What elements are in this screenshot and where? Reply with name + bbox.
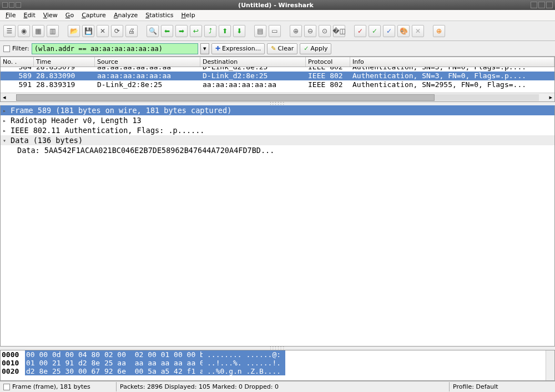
packet-row-selected[interactable]: 589 28.833090 aa:aa:aa:aa:aa:aa D-Link_d… bbox=[1, 72, 554, 80]
column-protocol[interactable]: Protocol bbox=[306, 57, 350, 67]
packet-list-body[interactable]: 584 28.833079 aa:aa:aa:aa:aa:aa D-Link_d… bbox=[1, 67, 554, 93]
tree-frame[interactable]: ▸Frame 589 (181 bytes on wire, 181 bytes… bbox=[1, 105, 554, 115]
help-icon[interactable]: ⊕ bbox=[433, 25, 445, 37]
open-file-icon[interactable]: 📂 bbox=[68, 25, 80, 37]
sys-stop-icon[interactable] bbox=[16, 2, 21, 8]
capture-filters-icon[interactable]: ✓ bbox=[354, 25, 366, 37]
status-packets: Packets: 2896 Displayed: 105 Marked: 0 D… bbox=[117, 382, 450, 391]
titlebar-right-controls bbox=[528, 2, 555, 8]
collapse-icon[interactable]: ▾ bbox=[3, 138, 8, 144]
menu-capture[interactable]: Capture bbox=[78, 11, 109, 20]
prefs-icon[interactable]: 🎨 bbox=[397, 25, 410, 37]
colorize-icon[interactable]: ▤ bbox=[254, 25, 266, 37]
column-time[interactable]: Time bbox=[34, 57, 95, 67]
filter-label-text: Filter: bbox=[12, 45, 29, 52]
expand-icon[interactable]: ▸ bbox=[3, 128, 8, 134]
hex-row[interactable]: 0020d2 8e 25 30 00 67 92 6e 00 5a a5 42 … bbox=[1, 367, 546, 375]
menu-edit[interactable]: Edit bbox=[20, 11, 38, 20]
tools-icon[interactable]: ✕ bbox=[412, 25, 424, 37]
menu-statistics[interactable]: Statistics bbox=[142, 11, 176, 20]
go-back-icon[interactable]: ⬅ bbox=[161, 25, 173, 37]
go-first-icon[interactable]: ⤴ bbox=[204, 25, 216, 37]
tree-radiotap[interactable]: ▸Radiotap Header v0, Length 13 bbox=[1, 115, 554, 125]
print-icon[interactable]: 🖨 bbox=[125, 25, 138, 37]
packet-list-header: No. . Time Source Destination Protocol I… bbox=[1, 57, 554, 67]
save-file-icon[interactable]: 💾 bbox=[82, 25, 94, 37]
maximize-button[interactable] bbox=[538, 2, 545, 8]
packet-list-pane: No. . Time Source Destination Protocol I… bbox=[0, 57, 555, 102]
sys-ball-icon[interactable] bbox=[9, 2, 14, 8]
go-to-icon[interactable]: ↩ bbox=[190, 25, 202, 37]
packet-row[interactable]: 584 28.833079 aa:aa:aa:aa:aa:aa D-Link_d… bbox=[1, 67, 554, 72]
filter-input[interactable] bbox=[32, 43, 198, 54]
menu-file[interactable]: File bbox=[2, 11, 19, 20]
expand-icon[interactable]: ▸ bbox=[3, 118, 8, 124]
menu-bar: File Edit View Go Capture Analyze Statis… bbox=[0, 10, 555, 21]
status-icon bbox=[3, 384, 10, 390]
tree-auth[interactable]: ▸IEEE 802.11 Authentication, Flags: .p..… bbox=[1, 125, 554, 135]
window-title: (Untitled) - Wireshark bbox=[23, 2, 528, 9]
find-icon[interactable]: 🔍 bbox=[147, 25, 159, 37]
display-filters-icon[interactable]: ✓ bbox=[369, 25, 381, 37]
stop-capture-icon[interactable]: ▥ bbox=[47, 25, 59, 37]
packet-bytes-pane[interactable]: 000000 00 0d 00 04 80 02 00 02 00 01 00 … bbox=[0, 350, 555, 381]
capture-options-icon[interactable]: ◉ bbox=[18, 25, 30, 37]
filter-dropdown[interactable]: ▾ bbox=[200, 43, 209, 54]
titlebar-left-controls bbox=[0, 2, 23, 8]
menu-analyze[interactable]: Analyze bbox=[110, 11, 141, 20]
column-no[interactable]: No. . bbox=[1, 57, 34, 67]
main-toolbar: ☰ ◉ ▦ ▥ 📂 💾 ✕ ⟳ 🖨 🔍 ⬅ ➡ ↩ ⤴ ⬆ ⬇ ▤ ▭ ⊕ ⊖ … bbox=[0, 21, 555, 41]
column-destination[interactable]: Destination bbox=[200, 57, 306, 67]
filter-label: Filter: bbox=[3, 45, 29, 52]
interfaces-icon[interactable]: ☰ bbox=[3, 25, 16, 37]
status-bar: Frame (frame), 181 bytes Packets: 2896 D… bbox=[0, 381, 555, 392]
zoom-in-icon[interactable]: ⊕ bbox=[290, 25, 302, 37]
menu-go[interactable]: Go bbox=[62, 11, 77, 20]
filter-icon bbox=[3, 45, 10, 52]
packet-row[interactable]: 591 28.839319 D-Link_d2:8e:25 aa:aa:aa:a… bbox=[1, 80, 554, 89]
minimize-button[interactable] bbox=[531, 2, 537, 8]
start-capture-icon[interactable]: ▦ bbox=[32, 25, 44, 37]
menu-view[interactable]: View bbox=[40, 11, 61, 20]
go-down-icon[interactable]: ⬇ bbox=[233, 25, 245, 37]
clear-button[interactable]: ✎Clear bbox=[267, 43, 297, 54]
hex-vscroll[interactable] bbox=[546, 350, 554, 380]
column-info[interactable]: Info bbox=[350, 57, 554, 67]
apply-button[interactable]: ✓Apply bbox=[300, 43, 331, 54]
status-frame: Frame (frame), 181 bytes bbox=[0, 382, 117, 391]
column-source[interactable]: Source bbox=[95, 57, 200, 67]
go-forward-icon[interactable]: ➡ bbox=[175, 25, 188, 37]
zoom-100-icon[interactable]: ⊙ bbox=[319, 25, 331, 37]
tree-data[interactable]: ▾Data (136 bytes) bbox=[1, 135, 554, 145]
menu-help[interactable]: Help bbox=[178, 11, 199, 20]
go-up-icon[interactable]: ⬆ bbox=[219, 25, 231, 37]
tree-data-value[interactable]: Data: 5AA542F1ACAA021BC046E2B7DE58962B47… bbox=[1, 145, 554, 155]
close-window-button[interactable] bbox=[546, 2, 553, 8]
hex-row[interactable]: 000000 00 0d 00 04 80 02 00 02 00 01 00 … bbox=[1, 350, 546, 359]
coloring-rules-icon[interactable]: ✓ bbox=[383, 25, 395, 37]
status-profile[interactable]: Profile: Default bbox=[450, 382, 555, 391]
expression-button[interactable]: ✚Expression... bbox=[211, 43, 265, 54]
hex-row[interactable]: 001001 00 21 91 d2 8e 25 aa aa aa aa aa … bbox=[1, 359, 546, 367]
packet-list-hscroll[interactable]: ◂▸ bbox=[1, 93, 554, 101]
sys-menu-icon[interactable] bbox=[2, 2, 8, 8]
zoom-out-icon[interactable]: ⊖ bbox=[304, 25, 316, 37]
reload-icon[interactable]: ⟳ bbox=[111, 25, 123, 37]
filter-toolbar: Filter: ▾ ✚Expression... ✎Clear ✓Apply bbox=[0, 41, 555, 57]
window-titlebar: (Untitled) - Wireshark bbox=[0, 0, 555, 10]
close-file-icon[interactable]: ✕ bbox=[97, 25, 109, 37]
resize-cols-icon[interactable]: �◫ bbox=[333, 25, 345, 37]
auto-scroll-icon[interactable]: ▭ bbox=[269, 25, 281, 37]
expand-icon[interactable]: ▸ bbox=[3, 108, 8, 114]
packet-details-pane[interactable]: ▸Frame 589 (181 bytes on wire, 181 bytes… bbox=[0, 105, 555, 347]
